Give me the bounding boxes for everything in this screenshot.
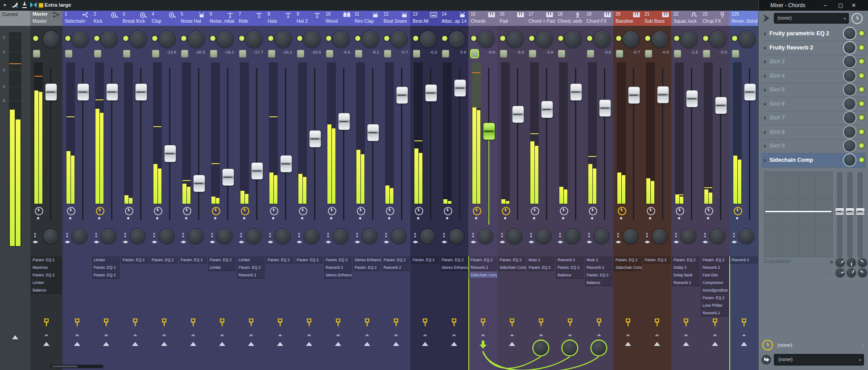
stereo-sep-icon[interactable]: ◀▶	[500, 240, 505, 244]
slot-enable-led[interactable]	[859, 73, 864, 78]
slot-mix-knob[interactable]	[844, 98, 856, 110]
plugin-slot[interactable]: Delay 3	[672, 264, 700, 271]
plugin-slot[interactable]: Reeverb 2	[469, 264, 497, 271]
eq-freq-knob-2[interactable]	[847, 268, 856, 277]
eq-freq-knob-1[interactable]	[835, 268, 845, 277]
channel-header[interactable]: 19Chord FX	[584, 11, 613, 26]
stereo-sep-icon[interactable]: ◀▶	[65, 240, 70, 244]
route-chevron-icon[interactable]	[423, 334, 427, 336]
stereo-knob[interactable]	[101, 229, 116, 244]
pan-knob[interactable]	[710, 31, 726, 48]
slot-expand-icon[interactable]	[764, 32, 766, 36]
plugin-slot[interactable]: Param. EQ 2	[150, 256, 178, 263]
stereo-swap-icon[interactable]: ▲▼	[471, 232, 475, 238]
scrollbar-handle[interactable]	[52, 366, 78, 367]
stereo-knob[interactable]	[275, 229, 290, 244]
plugin-slot[interactable]: Param. EQ 2	[31, 256, 62, 263]
plugin-slot[interactable]: Limiter	[208, 264, 236, 271]
plugin-slot[interactable]: Sidechain Comp	[498, 264, 526, 271]
mixer-strip-7[interactable]: 7Ride-17.7▲▼◀▶LimiterParam. EQ 2Reeverb …	[236, 11, 265, 370]
clock-icon[interactable]	[35, 207, 43, 215]
plugin-slot[interactable]: Param. EQ 2	[324, 256, 352, 263]
fader-handle[interactable]	[541, 101, 553, 118]
stereo-sep-icon[interactable]: ◀▶	[645, 240, 650, 244]
stereo-swap-icon[interactable]: ▲▼	[124, 232, 127, 238]
audio-jack-icon[interactable]	[393, 318, 399, 327]
play-arrow-icon[interactable]: ▸	[4, 2, 7, 8]
enable-led[interactable]	[210, 36, 215, 41]
fader-handle[interactable]	[454, 79, 466, 97]
minimize-button[interactable]: –	[824, 2, 827, 8]
stereo-knob[interactable]	[217, 229, 232, 244]
mute-button[interactable]	[529, 50, 536, 58]
plugin-slot[interactable]: Param. EQ 2	[411, 256, 439, 263]
mute-button[interactable]	[123, 50, 130, 58]
mixer-strip-15[interactable]: 15Chords-8.8▲▼◀▶Param. EQ 2Reeverb 2Side…	[468, 11, 497, 370]
plugin-slot[interactable]: Param. EQ 2	[672, 256, 700, 263]
stereo-sep-icon[interactable]: ◀▶	[152, 240, 157, 244]
audio-jack-icon[interactable]	[683, 318, 689, 327]
clock-icon[interactable]	[502, 207, 510, 215]
plugin-slot[interactable]: Balance	[31, 287, 62, 294]
plugin-slot[interactable]: Param. EQ 2	[295, 256, 323, 263]
mute-button[interactable]	[33, 50, 40, 58]
stereo-knob[interactable]	[710, 229, 725, 244]
route-arrow-icon[interactable]	[74, 342, 80, 346]
mute-button[interactable]	[384, 50, 391, 58]
plugin-slot[interactable]: Param. EQ 2	[556, 264, 584, 271]
enable-led[interactable]	[645, 36, 650, 41]
fader-handle[interactable]	[309, 130, 321, 148]
maximize-button[interactable]: ▢	[838, 2, 843, 8]
clock-icon[interactable]	[473, 207, 481, 215]
stereo-knob[interactable]	[652, 229, 667, 244]
mixer-strip-11[interactable]: 11Rev Clap-9.1▲▼◀▶Stereo EnhancerParam. …	[352, 11, 381, 370]
route-chevron-icon[interactable]	[191, 334, 195, 336]
slot-mix-knob[interactable]	[844, 154, 856, 166]
stereo-swap-icon[interactable]: ▲▼	[413, 232, 417, 238]
stereo-swap-icon[interactable]: ▲▼	[240, 232, 243, 238]
route-chevron-icon[interactable]	[220, 334, 224, 336]
mute-button[interactable]	[616, 50, 623, 58]
route-chevron-icon[interactable]	[626, 334, 630, 336]
mixer-strip-5[interactable]: 5Noise Hat-20.5▲▼◀▶Param. EQ 2	[178, 11, 207, 370]
output-select[interactable]: (none) ▸	[774, 354, 864, 366]
route-chevron-icon[interactable]	[104, 334, 108, 336]
audio-jack-icon[interactable]	[364, 318, 370, 327]
route-arrow-icon[interactable]	[712, 342, 718, 346]
send-amount-knob[interactable]	[562, 341, 577, 355]
enable-led[interactable]	[239, 36, 244, 41]
swoosh-icon[interactable]	[12, 2, 19, 8]
stereo-sep-icon[interactable]: ◀▶	[181, 240, 186, 244]
send-source-arrow-icon[interactable]	[479, 341, 487, 349]
audio-jack-icon[interactable]	[248, 318, 254, 327]
slot-mix-knob[interactable]	[844, 126, 856, 138]
stereo-knob[interactable]	[594, 229, 609, 244]
clock-icon[interactable]	[386, 207, 394, 215]
channel-header[interactable]: 9Hat 2	[294, 11, 323, 26]
close-button[interactable]: ✕	[851, 2, 856, 8]
route-chevron-icon[interactable]	[597, 334, 601, 336]
channel-header[interactable]: 10Wood	[323, 11, 352, 26]
audio-jack-icon[interactable]	[712, 318, 718, 327]
fader-track[interactable]	[372, 68, 373, 220]
enable-led[interactable]	[558, 36, 563, 41]
clock-icon[interactable]	[589, 207, 597, 215]
stereo-swap-icon[interactable]: ▲▼	[384, 232, 388, 238]
eq-band-fader[interactable]	[837, 173, 842, 257]
stereo-sep-icon[interactable]: ◀▶	[442, 240, 447, 244]
fader-handle[interactable]	[715, 97, 727, 114]
plugin-slot[interactable]: Param. EQ 2	[237, 264, 265, 271]
mixer-strip-23[interactable]: 23Chop FX-3.0▲▼◀▶Param. EQ 2Reeverb 2Fas…	[700, 11, 729, 370]
audio-jack-icon[interactable]	[567, 318, 573, 327]
slot-mix-knob[interactable]	[844, 84, 856, 95]
mute-button[interactable]	[558, 50, 565, 58]
audio-jack-icon[interactable]	[277, 318, 283, 327]
slot-mix-knob[interactable]	[844, 70, 856, 82]
fader-track[interactable]	[256, 68, 257, 220]
fader-track[interactable]	[169, 68, 170, 220]
audio-jack-icon[interactable]	[538, 318, 544, 327]
mixer-strip-1[interactable]: 1Sidechain▲▼◀▶	[62, 11, 91, 370]
clock-icon[interactable]	[328, 207, 336, 215]
audio-jack-icon[interactable]	[43, 318, 50, 327]
route-arrow-icon[interactable]	[12, 335, 18, 339]
